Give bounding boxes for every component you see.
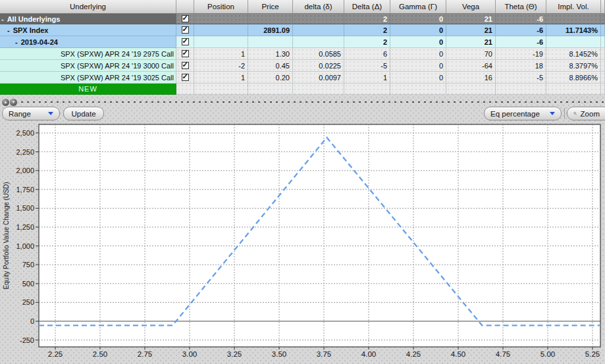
cell-gamma[interactable]: 0 [390,72,446,84]
cell-price[interactable]: 0.20 [248,72,293,84]
zoom-button[interactable]: Zoom [567,107,605,120]
cell-position[interactable] [194,36,248,48]
row-label[interactable]: SPX (SPXW) APR 24 '19 3025 Call [0,72,176,84]
cell-impl_vol[interactable]: 8.3797% [546,60,601,72]
range-dropdown[interactable]: Range [2,107,60,120]
column-header-impl_vol[interactable]: Impl. Vol. [546,0,601,14]
cell-theta[interactable]: -6 [496,24,546,36]
cell-gamma[interactable]: 0 [390,48,446,60]
column-header-price[interactable]: Price [248,0,293,14]
column-header-gamma[interactable]: Gamma (Γ) [390,0,446,14]
cell-impl_vol[interactable]: 8.8966% [546,72,601,84]
checkbox-cell[interactable]: ✓ [176,14,194,24]
cell-price[interactable]: 0.45 [248,60,293,72]
cell-price[interactable]: 2891.09 [248,24,293,36]
cell-delta_cap[interactable]: -5 [344,60,390,72]
cell-position[interactable] [194,14,248,24]
table-row[interactable]: SPX (SPXW) APR 24 '19 3025 Call✓10.200.0… [0,72,605,84]
cell-impl_vol[interactable] [546,36,601,48]
row-checkbox[interactable]: ✓ [182,74,189,81]
cell-delta_small[interactable] [293,24,344,36]
cell-empty [344,84,390,95]
pnl-chart[interactable]: 2.252.502.753.003.253.503.754.004.254.50… [0,122,605,364]
cell-vega[interactable]: 70 [446,48,496,60]
table-row[interactable]: SPX (SPXW) APR 24 '19 3000 Call✓-20.450.… [0,60,605,72]
cell-price[interactable]: 1.30 [248,48,293,60]
new-position-row[interactable]: NEW [0,84,605,95]
column-header-delta_cap[interactable]: Delta (Δ) [344,0,390,14]
new-row-button[interactable]: NEW [0,84,176,95]
cell-vega[interactable]: 16 [446,72,496,84]
cell-position[interactable] [194,24,248,36]
cell-delta_cap[interactable]: 2 [344,36,390,48]
collapse-indicator[interactable]: - [1,15,4,23]
cell-position[interactable]: 1 [194,48,248,60]
row-checkbox[interactable]: ✓ [182,26,189,34]
column-header-position[interactable]: Position [194,0,248,14]
cell-vega[interactable]: -64 [446,60,496,72]
cell-impl_vol[interactable] [546,14,601,24]
row-label[interactable]: SPX (SPXW) APR 24 '19 2975 Call [0,48,176,60]
cell-theta[interactable]: -6 [496,36,546,48]
cell-delta_cap[interactable]: 2 [344,24,390,36]
row-label[interactable]: SPX (SPXW) APR 24 '19 3000 Call [0,60,176,72]
table-row[interactable]: SPX (SPXW) APR 24 '19 2975 Call✓11.300.0… [0,48,605,60]
column-header-vega[interactable]: Vega [446,0,496,14]
column-header-check[interactable] [176,0,194,14]
checkbox-cell[interactable]: ✓ [176,36,194,48]
cell-delta_cap[interactable]: 1 [344,72,390,84]
collapse-indicator[interactable]: - [15,38,18,46]
cell-price[interactable] [248,14,293,24]
checkbox-cell[interactable]: ✓ [176,60,194,72]
row-checkbox[interactable]: ✓ [182,62,189,69]
column-header-label[interactable]: Underlying [0,0,176,14]
cell-gamma[interactable]: 0 [390,24,446,36]
cell-delta_small[interactable]: 0.0585 [293,48,344,60]
row-checkbox[interactable]: ✓ [182,50,189,57]
cell-gamma[interactable]: 0 [390,36,446,48]
row-checkbox[interactable]: ✓ [182,38,189,45]
cell-price[interactable] [248,36,293,48]
checkbox-cell[interactable]: ✓ [176,72,194,84]
splitter-dots[interactable] [19,101,604,103]
column-header-theta[interactable]: Theta (Θ) [496,0,546,14]
cell-gamma[interactable]: 0 [390,60,446,72]
update-button[interactable]: Update [63,107,104,120]
cell-delta_small[interactable] [293,36,344,48]
x-tick-label: 4.50 [451,350,465,358]
cell-position[interactable]: 1 [194,72,248,84]
cell-gamma[interactable]: 0 [390,14,446,24]
cell-theta[interactable]: -19 [496,48,546,60]
cell-position[interactable]: -2 [194,60,248,72]
row-label[interactable]: -SPX Index [0,24,176,36]
table-row[interactable]: -All Underlyings✓2021-6 [0,14,605,24]
collapse-indicator[interactable]: - [7,26,10,34]
cell-vega[interactable]: 21 [446,36,496,48]
plot-area[interactable] [39,124,600,347]
collapse-up-button[interactable]: ▲ [2,99,9,106]
cell-impl_vol[interactable]: 8.1452% [546,48,601,60]
table-row[interactable]: -2019-04-24✓2021-6 [0,36,605,48]
cell-vega[interactable]: 21 [446,14,496,24]
row-label[interactable]: -All Underlyings [0,14,176,24]
row-label[interactable]: -2019-04-24 [0,36,176,48]
cell-theta[interactable]: -5 [496,72,546,84]
cell-delta_small[interactable]: 0.0225 [293,60,344,72]
cell-delta_cap[interactable]: 6 [344,48,390,60]
metric-dropdown[interactable]: Eq percentage [484,107,562,120]
row-checkbox[interactable]: ✓ [182,15,189,22]
checkbox-cell[interactable]: ✓ [176,48,194,60]
cell-empty [546,84,601,95]
cell-theta[interactable]: -6 [496,14,546,24]
cell-vega[interactable]: 21 [446,24,496,36]
cell-theta[interactable]: 18 [496,60,546,72]
column-header-delta_small[interactable]: delta (δ) [293,0,344,14]
cell-impl_vol[interactable]: 11.7143% [546,24,601,36]
cell-delta_small[interactable]: 0.0097 [293,72,344,84]
table-row[interactable]: -SPX Index✓2891.092021-611.7143% [0,24,605,36]
checkbox-cell[interactable]: ✓ [176,24,194,36]
cell-delta_small[interactable] [293,14,344,24]
collapse-down-button[interactable]: ▼ [10,99,17,106]
panel-splitter[interactable]: ▲ ▼ [0,97,605,107]
cell-delta_cap[interactable]: 2 [344,14,390,24]
